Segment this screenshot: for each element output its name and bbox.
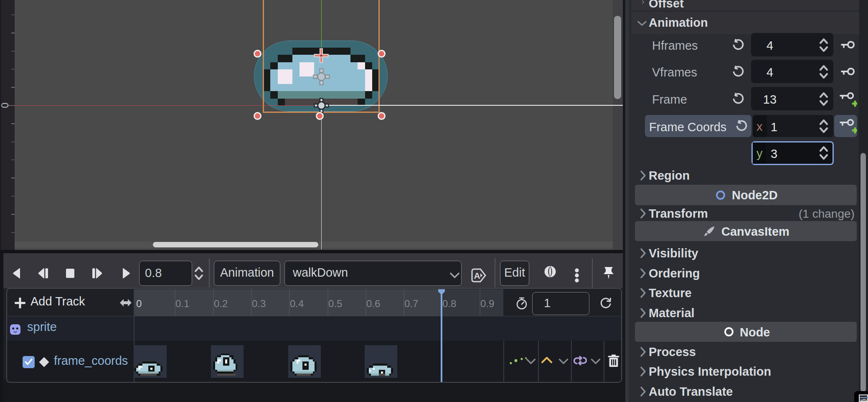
svg-text:A: A <box>474 271 480 280</box>
